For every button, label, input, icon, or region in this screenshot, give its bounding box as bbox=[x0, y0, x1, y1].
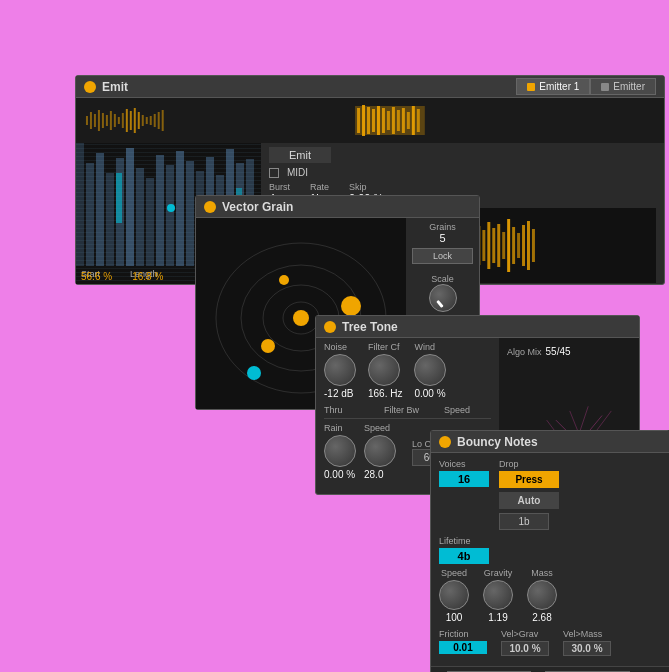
svg-rect-78 bbox=[482, 230, 485, 261]
filter-cf-label: Filter Cf bbox=[368, 342, 400, 352]
lock-button[interactable]: Lock bbox=[412, 248, 473, 264]
bn-titlebar: Bouncy Notes bbox=[431, 431, 669, 453]
rate-label: Rate bbox=[310, 182, 329, 192]
lifetime-value[interactable]: 4b bbox=[439, 548, 489, 564]
tt-titlebar: Tree Tone bbox=[316, 316, 639, 338]
svg-rect-18 bbox=[158, 112, 160, 129]
speed-value: 100 bbox=[446, 612, 463, 623]
speed-label: Speed bbox=[441, 568, 467, 578]
svg-line-110 bbox=[597, 411, 611, 429]
lifetime-row: Lifetime 4b bbox=[439, 536, 661, 564]
vel-mass-param: Vel>Mass 30.0 % bbox=[563, 629, 611, 656]
svg-rect-79 bbox=[487, 222, 490, 269]
speed2-value: 28.0 bbox=[364, 469, 383, 480]
vg-title-dot bbox=[204, 201, 216, 213]
noise-label: Noise bbox=[324, 342, 347, 352]
svg-rect-17 bbox=[154, 114, 156, 127]
svg-rect-24 bbox=[372, 109, 375, 132]
grains-param: Grains 5 bbox=[412, 222, 473, 244]
drop-label: Drop bbox=[499, 459, 559, 469]
noise-knob[interactable] bbox=[324, 354, 356, 386]
press-button[interactable]: Press bbox=[499, 471, 559, 488]
svg-rect-13 bbox=[138, 112, 140, 129]
emitter-tab-1-dot bbox=[527, 83, 535, 91]
bn-title: Bouncy Notes bbox=[457, 435, 538, 449]
svg-rect-22 bbox=[362, 105, 365, 136]
vg-titlebar: Vector Grain bbox=[196, 196, 479, 218]
svg-rect-31 bbox=[407, 112, 410, 129]
auto-button[interactable]: Auto bbox=[499, 492, 559, 509]
filter-bw-label: Filter Bw bbox=[384, 405, 432, 415]
mass-label: Mass bbox=[531, 568, 553, 578]
tt-row-2-labels: Thru Filter Bw Speed bbox=[324, 405, 491, 415]
emit-waveform-svg bbox=[76, 98, 664, 143]
filter-cf-knob[interactable] bbox=[368, 354, 400, 386]
vel-grav-param: Vel>Grav 10.0 % bbox=[501, 629, 549, 656]
svg-rect-14 bbox=[142, 115, 144, 126]
svg-rect-87 bbox=[527, 221, 530, 270]
svg-rect-8 bbox=[118, 117, 120, 124]
svg-rect-32 bbox=[412, 106, 415, 135]
midi-checkbox[interactable] bbox=[269, 168, 279, 178]
friction-value[interactable]: 0.01 bbox=[439, 641, 487, 654]
emitter-tab-2-dot bbox=[601, 83, 609, 91]
emitter-tab-2[interactable]: Emitter bbox=[590, 78, 656, 95]
svg-rect-83 bbox=[507, 219, 510, 272]
noise-param: Noise -12 dB bbox=[324, 342, 356, 399]
emit-waveform-top bbox=[76, 98, 664, 143]
svg-rect-1 bbox=[90, 112, 92, 129]
algo-mix-area: Algo Mix 55/45 bbox=[503, 342, 635, 361]
bn-window: Bouncy Notes Voices 16 Drop Press Auto 1… bbox=[430, 430, 669, 672]
speed-gravity-mass-row: Speed 100 Gravity 1.19 Mass 2.68 bbox=[439, 568, 661, 623]
scale-knob[interactable] bbox=[429, 284, 457, 312]
svg-rect-6 bbox=[110, 111, 112, 130]
mass-param: Mass 2.68 bbox=[527, 568, 557, 623]
wind-knob[interactable] bbox=[414, 354, 446, 386]
rain-value: 0.00 % bbox=[324, 469, 355, 480]
emit-midi-row: MIDI bbox=[269, 167, 656, 178]
bn-bottom: Bounce Bounce CO bbox=[431, 666, 669, 672]
tt-title: Tree Tone bbox=[342, 320, 398, 334]
emitter-tabs: Emitter 1 Emitter bbox=[516, 78, 656, 95]
filter-cf-value: 166. Hz bbox=[368, 388, 402, 399]
svg-rect-5 bbox=[106, 115, 108, 126]
svg-rect-88 bbox=[532, 229, 535, 262]
gravity-knob[interactable] bbox=[483, 580, 513, 610]
vel-grav-value[interactable]: 10.0 % bbox=[501, 641, 549, 656]
emit-title: Emit bbox=[102, 80, 128, 94]
voices-param: Voices 16 bbox=[439, 459, 489, 487]
svg-rect-33 bbox=[417, 109, 420, 132]
tt-row-1: Noise -12 dB Filter Cf 166. Hz Wind 0.00… bbox=[324, 342, 491, 399]
svg-rect-4 bbox=[102, 113, 104, 128]
burst-label: Burst bbox=[269, 182, 290, 192]
spec-values: 56.6 % 16.8 % bbox=[81, 271, 163, 282]
gravity-label: Gravity bbox=[484, 568, 513, 578]
svg-point-96 bbox=[261, 339, 275, 353]
grains-label: Grains bbox=[429, 222, 456, 232]
mass-knob[interactable] bbox=[527, 580, 557, 610]
rain-knob[interactable] bbox=[324, 435, 356, 467]
wind-value: 0.00 % bbox=[414, 388, 445, 399]
voices-drop-row: Voices 16 Drop Press Auto 1b bbox=[439, 459, 661, 530]
svg-rect-3 bbox=[98, 110, 100, 131]
emit-titlebar: Emit Emitter 1 Emitter bbox=[76, 76, 664, 98]
emitter-tab-1[interactable]: Emitter 1 bbox=[516, 78, 590, 95]
speed2-knob[interactable] bbox=[364, 435, 396, 467]
svg-point-98 bbox=[279, 275, 289, 285]
voices-value[interactable]: 16 bbox=[439, 471, 489, 487]
svg-rect-25 bbox=[377, 106, 380, 135]
drop-param: Drop Press Auto 1b bbox=[499, 459, 559, 530]
speed-knob[interactable] bbox=[439, 580, 469, 610]
algo-mix-value: 55/45 bbox=[546, 346, 571, 357]
skip-label: Skip bbox=[349, 182, 383, 192]
svg-rect-80 bbox=[492, 228, 495, 263]
speed-label: Speed bbox=[444, 405, 470, 415]
scale-label: Scale bbox=[431, 274, 454, 284]
vel-mass-label: Vel>Mass bbox=[563, 629, 611, 639]
voices-label: Voices bbox=[439, 459, 489, 469]
svg-rect-0 bbox=[86, 116, 88, 125]
vel-mass-value[interactable]: 30.0 % bbox=[563, 641, 611, 656]
svg-rect-2 bbox=[94, 114, 96, 127]
gravity-param: Gravity 1.19 bbox=[483, 568, 513, 623]
noise-value: -12 dB bbox=[324, 388, 353, 399]
